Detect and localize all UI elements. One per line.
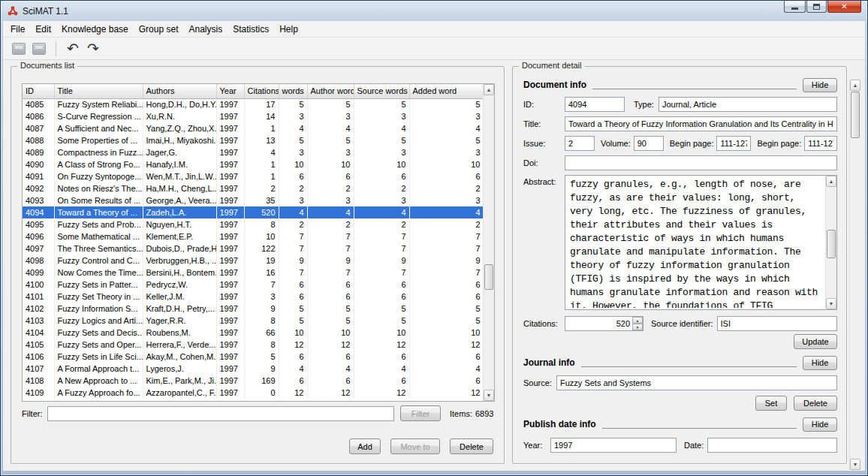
cell[interactable]: 1997 — [216, 230, 244, 243]
cell[interactable]: 6 — [307, 375, 354, 387]
cell[interactable]: 1997 — [216, 243, 244, 255]
cell[interactable]: 4 — [279, 122, 307, 134]
cell[interactable]: 8 — [244, 315, 279, 327]
cell[interactable]: 5 — [354, 303, 409, 315]
cell[interactable]: 4 — [354, 363, 409, 375]
cell[interactable]: 17 — [244, 98, 279, 110]
cell[interactable]: 3 — [307, 146, 354, 158]
cell[interactable]: A New Approach to ... — [54, 375, 143, 387]
table-row[interactable]: 4104Fuzzy Sets and Decis...Roubens,M.199… — [23, 327, 484, 339]
title-field[interactable] — [565, 116, 837, 131]
cell[interactable]: Fuzzy Logics and Arti... — [54, 315, 143, 327]
detail-panel-scrollbar[interactable]: ▲ ▼ — [849, 80, 860, 470]
cell[interactable]: Hanafy,I.M. — [143, 158, 216, 170]
cell[interactable]: S-Curve Regression ... — [54, 110, 143, 122]
cell[interactable]: 1997 — [216, 170, 244, 182]
cell[interactable]: Yang,Z.Q., Zhou,X... — [143, 122, 216, 134]
cell[interactable]: 4092 — [23, 182, 54, 194]
cell[interactable]: 7 — [354, 243, 409, 255]
cell[interactable]: 3 — [409, 110, 484, 122]
cell[interactable]: 3 — [354, 110, 409, 122]
cell[interactable]: 12 — [354, 387, 409, 399]
table-row[interactable]: 4105Fuzzy Sets and Oper...Herrera,F., Ve… — [23, 339, 484, 351]
cell[interactable]: A Class of Strong Fo... — [54, 158, 143, 170]
cell[interactable]: 5 — [279, 98, 307, 110]
cell[interactable]: 4102 — [23, 303, 54, 315]
cell[interactable]: 10 — [409, 158, 484, 170]
cell[interactable]: 16 — [244, 267, 279, 279]
source-field[interactable] — [556, 375, 837, 390]
cell[interactable]: 3 — [279, 146, 307, 158]
column-header-added-word[interactable]: Added word — [409, 84, 484, 98]
cell[interactable]: 1997 — [216, 327, 244, 339]
cell[interactable]: 7 — [307, 243, 354, 255]
cell[interactable]: 4101 — [23, 291, 54, 303]
cell[interactable]: 4 — [409, 363, 484, 375]
cell[interactable]: 1997 — [216, 363, 244, 375]
table-row[interactable]: 4103Fuzzy Logics and Arti...Yager,R.R.19… — [23, 315, 484, 327]
cell[interactable]: 2 — [307, 218, 354, 230]
cell[interactable]: Fuzzy Control and C... — [54, 255, 143, 267]
cell[interactable]: 6 — [409, 170, 484, 182]
cell[interactable]: Now Comes the Time... — [54, 267, 143, 279]
cell[interactable]: 4097 — [23, 243, 54, 255]
cell[interactable]: 5 — [354, 134, 409, 146]
cell[interactable]: 12 — [307, 339, 354, 351]
cell[interactable]: 4090 — [23, 158, 54, 170]
cell[interactable]: Fuzzy Sets and Decis... — [54, 327, 143, 339]
cell[interactable]: 4 — [354, 122, 409, 134]
close-button[interactable]: ✕ — [827, 1, 861, 13]
cell[interactable]: 4106 — [23, 351, 54, 363]
abstract-scroll-thumb[interactable] — [827, 230, 836, 258]
cell[interactable]: 4103 — [23, 315, 54, 327]
cell[interactable]: 7 — [279, 267, 307, 279]
cell[interactable]: 6 — [409, 291, 484, 303]
cell[interactable]: 10 — [409, 327, 484, 339]
cell[interactable]: Zadeh,L.A. — [143, 206, 216, 218]
cell[interactable]: 2 — [354, 218, 409, 230]
cell[interactable]: Hong,D.H., Do,H.Y. — [143, 98, 216, 110]
type-field[interactable] — [659, 97, 837, 112]
cell[interactable]: 14 — [244, 110, 279, 122]
cell[interactable]: 6 — [354, 279, 409, 291]
cell[interactable]: Some Mathematical ... — [54, 230, 143, 243]
menu-edit[interactable]: Edit — [30, 22, 56, 37]
table-row[interactable]: 4088Some Properties of ...Imai,H., Miyak… — [23, 134, 484, 146]
menu-help[interactable]: Help — [274, 22, 303, 37]
table-row[interactable]: 4086S-Curve Regression ...Xu,R.N.1997143… — [23, 110, 484, 122]
menu-file[interactable]: File — [5, 22, 30, 37]
cell[interactable]: Fuzzy Set Theory in ... — [54, 291, 143, 303]
update-button[interactable]: Update — [794, 334, 837, 349]
cell[interactable]: 4088 — [23, 134, 54, 146]
table-scroll-thumb[interactable] — [484, 264, 493, 290]
cell[interactable]: 6 — [279, 291, 307, 303]
table-row[interactable]: 4100Fuzzy Sets in Patter...Pedrycz,W.199… — [23, 279, 484, 291]
cell[interactable]: 6 — [307, 351, 354, 363]
cell[interactable]: 1997 — [216, 122, 244, 134]
cell[interactable]: 6 — [279, 351, 307, 363]
cell[interactable]: 8 — [244, 339, 279, 351]
cell[interactable]: 10 — [354, 158, 409, 170]
maximize-button[interactable] — [806, 1, 827, 13]
minimize-button[interactable] — [784, 1, 806, 13]
table-row[interactable]: 4096Some Mathematical ...Klement,E.P.199… — [23, 230, 484, 243]
table-scrollbar[interactable]: ▲ ▼ — [483, 84, 494, 401]
cell[interactable]: 10 — [279, 327, 307, 339]
cell[interactable]: 1997 — [216, 387, 244, 399]
cell[interactable]: 122 — [244, 243, 279, 255]
citations-spinner[interactable]: ▲ ▼ — [565, 316, 643, 331]
cell[interactable]: Fuzzy Sets in Patter... — [54, 279, 143, 291]
new-knowledgebase-icon[interactable] — [11, 41, 27, 56]
table-row[interactable]: 4107A Formal Approach t...Lygeros,J.1997… — [23, 363, 484, 375]
cell[interactable]: 6 — [354, 291, 409, 303]
cell[interactable]: 4093 — [23, 194, 54, 206]
cell[interactable]: Bersini,H., Bontem... — [143, 267, 216, 279]
cell[interactable]: 4108 — [23, 375, 54, 387]
cell[interactable]: Herrera,F., Verde... — [143, 339, 216, 351]
cell[interactable]: Azzaropantel,C., F... — [143, 387, 216, 399]
date-field[interactable] — [707, 438, 837, 453]
table-row[interactable]: 4097The Three Semantics...Dubois,D., Pra… — [23, 243, 484, 255]
cell[interactable]: 1997 — [216, 303, 244, 315]
column-header-id[interactable]: ID — [23, 84, 54, 98]
cell[interactable]: 5 — [244, 351, 279, 363]
